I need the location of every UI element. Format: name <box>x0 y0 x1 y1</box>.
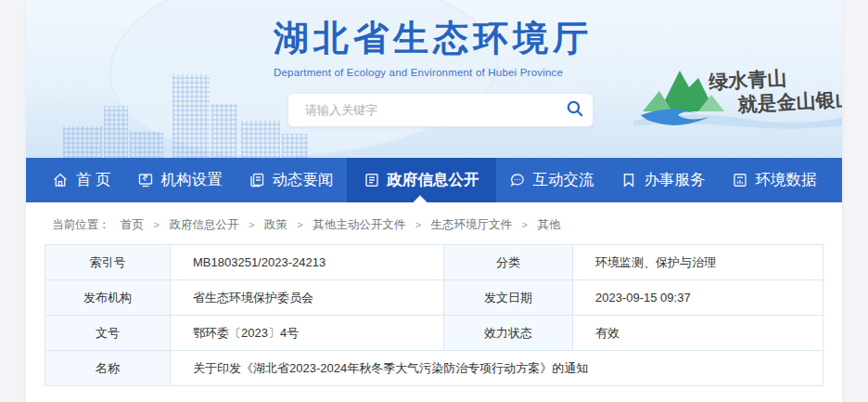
site-header: 湖北省生态环境厅 Department of Ecology and Envir… <box>26 0 842 158</box>
info-disclosure-icon <box>364 172 380 188</box>
site-brand: 湖北省生态环境厅 Department of Ecology and Envir… <box>274 15 593 78</box>
nav-label: 办事服务 <box>645 170 706 190</box>
search-icon <box>566 99 584 121</box>
skyline-illustration <box>211 104 237 158</box>
meta-label-doc-no: 文号 <box>45 316 171 351</box>
meta-value-category: 环境监测、保护与治理 <box>573 245 823 280</box>
nav-label: 动态要闻 <box>273 170 334 190</box>
org-icon <box>137 172 154 188</box>
breadcrumb-separator: > <box>522 219 528 230</box>
meta-label-category: 分类 <box>444 245 573 280</box>
interact-icon <box>509 172 526 188</box>
meta-value-title: 关于印发《湖北省2023-2024年秋冬季大气污染防治专项行动方案》的通知 <box>171 351 823 386</box>
breadcrumb-separator: > <box>249 219 254 230</box>
home-icon <box>52 172 69 188</box>
search-button[interactable] <box>557 94 593 126</box>
breadcrumb-item-policy[interactable]: 政策 <box>264 218 287 231</box>
breadcrumb-prefix: 当前位置： <box>52 218 110 231</box>
skyline-illustration <box>172 74 210 158</box>
slogan-line1: 绿水青山 <box>708 66 787 93</box>
meta-value-issuer: 省生态环境保护委员会 <box>171 280 444 316</box>
skyline-illustration <box>130 132 163 158</box>
meta-value-index-no: MB1803251/2023-24213 <box>171 245 444 280</box>
breadcrumb-item-dept-docs[interactable]: 生态环境厅文件 <box>431 218 513 231</box>
nav-label: 政府信息公开 <box>388 170 479 190</box>
nav-item-info-disclosure[interactable]: 政府信息公开 <box>347 158 496 202</box>
news-icon <box>249 172 265 188</box>
skyline-illustration <box>104 106 128 158</box>
nav-item-home[interactable]: 首 页 <box>39 158 124 202</box>
breadcrumb-separator: > <box>415 219 421 230</box>
site-subtitle-en: Department of Ecology and Environment of… <box>274 67 593 78</box>
meta-label-issuer: 发布机构 <box>45 280 171 316</box>
meta-value-doc-no: 鄂环委〔2023〕4号 <box>171 316 444 351</box>
nav-label: 机构设置 <box>161 170 223 190</box>
search-input[interactable] <box>288 103 557 117</box>
nav-label: 环境数据 <box>756 170 817 190</box>
content-area: 当前位置： 首页 > 政府信息公开 > 政策 > 其他主动公开文件 > 生态环境… <box>26 202 842 402</box>
slogan-artwork: 绿水青山 就是金山银山 <box>624 54 842 142</box>
skyline-illustration <box>63 126 102 158</box>
service-icon <box>620 172 637 188</box>
breadcrumb-item-home[interactable]: 首页 <box>121 218 144 231</box>
meta-value-validity: 有效 <box>573 316 823 351</box>
breadcrumb-item-other[interactable]: 其他 <box>538 218 561 231</box>
table-row: 名称 关于印发《湖北省2023-2024年秋冬季大气污染防治专项行动方案》的通知 <box>45 351 823 386</box>
site-title: 湖北省生态环境厅 <box>274 15 593 62</box>
table-row: 文号 鄂环委〔2023〕4号 效力状态 有效 <box>45 316 823 351</box>
nav-item-service[interactable]: 办事服务 <box>607 158 719 202</box>
meta-label-title: 名称 <box>45 351 171 386</box>
breadcrumb-separator: > <box>297 219 302 230</box>
main-nav: 首 页 机构设置 动态要闻 政府信息公开 <box>26 158 842 202</box>
breadcrumb: 当前位置： 首页 > 政府信息公开 > 政策 > 其他主动公开文件 > 生态环境… <box>45 215 823 244</box>
skyline-illustration <box>282 134 308 158</box>
breadcrumb-item-info-disclosure[interactable]: 政府信息公开 <box>169 218 238 231</box>
env-data-icon <box>732 172 748 188</box>
meta-label-issue-date: 发文日期 <box>444 280 573 316</box>
nav-item-news[interactable]: 动态要闻 <box>236 158 347 202</box>
nav-label: 互动交流 <box>533 170 594 190</box>
table-row: 索引号 MB1803251/2023-24213 分类 环境监测、保护与治理 <box>45 245 823 280</box>
skyline-illustration <box>241 121 280 158</box>
meta-label-index-no: 索引号 <box>45 245 171 280</box>
breadcrumb-item-other-public-docs[interactable]: 其他主动公开文件 <box>313 218 405 231</box>
table-row: 发布机构 省生态环境保护委员会 发文日期 2023-09-15 09:37 <box>45 280 823 316</box>
nav-item-interact[interactable]: 互动交流 <box>496 158 607 202</box>
document-meta-table: 索引号 MB1803251/2023-24213 分类 环境监测、保护与治理 发… <box>45 244 823 386</box>
search-box <box>287 93 594 127</box>
nav-item-env-data[interactable]: 环境数据 <box>719 158 830 202</box>
meta-label-validity: 效力状态 <box>444 316 573 351</box>
breadcrumb-separator: > <box>153 219 159 230</box>
nav-item-org[interactable]: 机构设置 <box>124 158 236 202</box>
nav-label: 首 页 <box>76 170 111 190</box>
meta-value-issue-date: 2023-09-15 09:37 <box>573 280 823 316</box>
page-container: 湖北省生态环境厅 Department of Ecology and Envir… <box>26 0 842 402</box>
